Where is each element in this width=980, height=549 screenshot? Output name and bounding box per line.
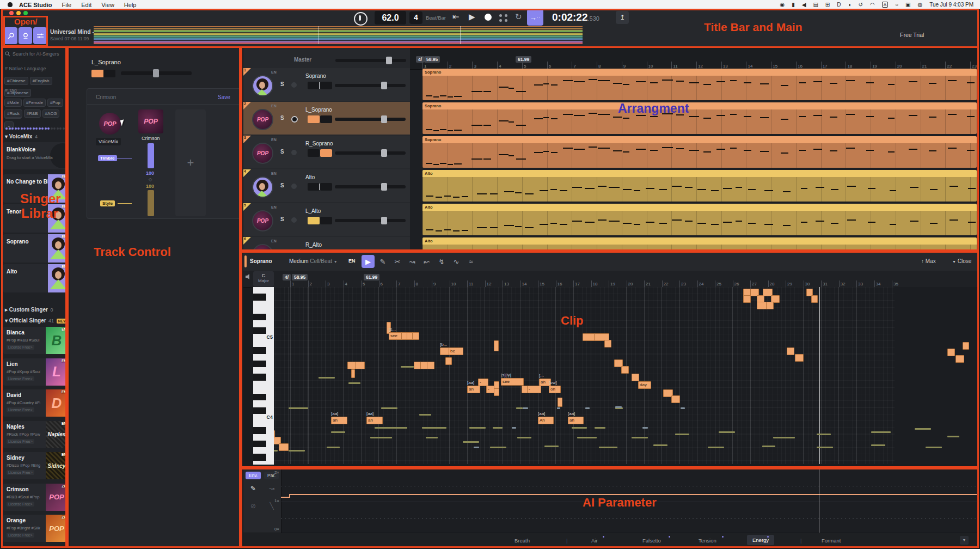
metronome-icon[interactable] xyxy=(354,12,367,26)
now-playing-icon[interactable]: ◉ xyxy=(780,2,785,8)
arrangement-clip-soprano[interactable]: Soprano xyxy=(422,69,977,100)
midi-note[interactable] xyxy=(947,349,955,356)
menu-help[interactable]: Help xyxy=(124,2,137,8)
timesig-marker[interactable]: 4/ xyxy=(416,56,424,63)
piano-roll[interactable]: ah[aa]ah[aa]Ah[aa]ah[aa]see[s...[b...bea… xyxy=(274,287,977,464)
phone-icon[interactable]: ◖ xyxy=(848,2,851,8)
arrangement-clip-l_soprano[interactable]: Soprano xyxy=(422,102,977,134)
arrangement-clip-r_soprano[interactable]: Soprano xyxy=(422,136,977,168)
track-avatar[interactable]: POP xyxy=(252,244,273,251)
official-singer-card[interactable]: Bianca#Pop #R&B #Soul #...License Free>B… xyxy=(3,327,68,354)
timbre-pill[interactable]: Timbre xyxy=(98,155,117,161)
midi-note[interactable]: ah xyxy=(467,386,480,393)
singer-search-input[interactable]: Search for AI-Singers xyxy=(5,51,59,57)
input-source-icon[interactable]: A xyxy=(882,2,888,8)
midi-note[interactable] xyxy=(787,347,794,355)
black-key[interactable] xyxy=(253,361,274,367)
param-button-air[interactable]: Air xyxy=(591,538,598,544)
docker-icon[interactable]: D xyxy=(837,2,841,8)
voicemix-singer-card[interactable]: No Change to BlaEN xyxy=(3,174,68,203)
white-key[interactable] xyxy=(253,400,274,407)
midi-note[interactable]: day xyxy=(638,381,651,389)
track-avatar[interactable]: POP xyxy=(252,210,273,231)
go-to-start-button[interactable]: ⇤ xyxy=(452,13,460,21)
arrangement-clip-alto[interactable]: Alto xyxy=(422,170,977,202)
midi-note[interactable] xyxy=(766,302,774,309)
tempo-marker-2[interactable]: 61.99 xyxy=(516,56,531,63)
free-trial-button[interactable]: Free Trial xyxy=(900,32,924,38)
search-icon[interactable]: ○ xyxy=(895,2,898,8)
grid-icon[interactable]: ⊞ xyxy=(825,2,830,8)
clip-tempo-marker-2[interactable]: 61.99 xyxy=(364,274,379,280)
voicemix-avatar[interactable]: POP xyxy=(99,113,121,135)
black-key[interactable] xyxy=(253,407,274,414)
time-machine-icon[interactable]: ↺ xyxy=(859,2,863,8)
style-pill[interactable]: Style xyxy=(100,200,115,206)
track-volume-slider[interactable] xyxy=(335,185,406,188)
official-singer-card[interactable]: David#Pop #Country #Fo...License Free>DE… xyxy=(3,389,68,417)
official-singer-card[interactable]: Crimson#R&B #Soul #Pop ...License Free>P… xyxy=(3,484,68,511)
export-button[interactable]: ↥ xyxy=(616,11,629,24)
language-selector[interactable]: EN xyxy=(348,258,356,264)
voicemix-panel-title[interactable]: Crimson xyxy=(96,94,116,100)
track-header-alto[interactable]: 4ENSAlto xyxy=(243,169,410,202)
solo-button[interactable]: S xyxy=(280,81,284,87)
midi-note[interactable] xyxy=(604,340,611,347)
official-singer-card[interactable]: Naples#Rock #Pop #Powe...License Free>Na… xyxy=(3,421,68,448)
tag-chip[interactable]: #Female xyxy=(23,99,46,107)
solo-button[interactable]: S xyxy=(280,216,284,222)
white-key[interactable] xyxy=(253,381,274,388)
midi-note[interactable] xyxy=(351,369,355,378)
pointer-tool[interactable]: ▶ xyxy=(362,255,375,268)
midi-note[interactable]: see xyxy=(501,378,524,386)
white-key[interactable] xyxy=(253,447,274,454)
wave-tool[interactable]: ∿ xyxy=(450,255,463,268)
pitch-curve-tool[interactable]: ↝ xyxy=(406,255,419,268)
timbre-slider[interactable] xyxy=(148,143,154,168)
clip-timesig-marker[interactable]: 4/ xyxy=(283,274,291,280)
white-key[interactable] xyxy=(253,434,274,441)
custom-singer-section-header[interactable]: ▸ Custom Singer 0 xyxy=(5,304,53,314)
draw-tool[interactable]: ✎ xyxy=(248,483,259,494)
key-signature-box[interactable]: C Major xyxy=(253,271,274,286)
white-key[interactable] xyxy=(253,287,274,294)
record-arm-button[interactable] xyxy=(291,116,298,123)
midi-note[interactable]: ah xyxy=(366,417,383,424)
black-key[interactable] xyxy=(253,347,274,353)
close-editor-button[interactable]: ▼ Close xyxy=(952,258,971,264)
midi-note[interactable] xyxy=(743,295,751,303)
quality-selector[interactable]: Medium Cell/Beat ▼ xyxy=(289,258,338,264)
track-color-swatch[interactable] xyxy=(91,70,103,77)
menu-file[interactable]: File xyxy=(62,2,72,8)
track-volume-handle[interactable] xyxy=(381,82,387,89)
param-button-breath[interactable]: Breath xyxy=(514,538,530,544)
pan-swatch[interactable] xyxy=(308,217,320,224)
pads-view-button[interactable] xyxy=(499,14,508,22)
style-slider[interactable] xyxy=(148,190,154,216)
official-singer-card[interactable]: Sidney#Disco #Pop #Brig...License Free>S… xyxy=(3,452,68,479)
project-name[interactable]: Universal Mind - ... xyxy=(50,28,101,35)
track-avatar[interactable]: POP xyxy=(252,143,273,164)
pan-swatch[interactable] xyxy=(308,115,320,123)
track-header-l_soprano[interactable]: 2ENPOPSL_Soprano xyxy=(243,102,410,135)
play-button[interactable]: ▶ xyxy=(469,13,475,21)
tag-chip[interactable]: #Male xyxy=(4,99,22,107)
track-volume-slider[interactable] xyxy=(335,151,406,155)
pan-swatch[interactable] xyxy=(308,82,320,89)
menu-view[interactable]: View xyxy=(101,2,114,8)
black-key[interactable] xyxy=(253,441,274,447)
white-key[interactable] xyxy=(253,387,274,394)
battery-icon[interactable]: ▮ xyxy=(792,2,795,8)
collapse-panel-button[interactable]: ▼ xyxy=(960,536,969,545)
track-header-soprano[interactable]: 1ENSSoprano xyxy=(243,68,410,101)
displays-icon[interactable]: ▤ xyxy=(813,2,818,8)
record-arm-button[interactable] xyxy=(291,217,297,223)
tag-chip[interactable]: #Rock xyxy=(4,109,22,118)
white-key[interactable] xyxy=(253,420,274,428)
piano-keyboard[interactable]: C5C4 xyxy=(253,287,274,465)
beats-per-bar-display[interactable]: 4 xyxy=(409,11,422,24)
track-volume-handle[interactable] xyxy=(381,115,387,123)
zoom-window-button[interactable] xyxy=(23,11,28,15)
voicemix-singer-card[interactable]: AltoEN xyxy=(3,264,68,292)
white-key[interactable]: C5 xyxy=(253,334,274,341)
